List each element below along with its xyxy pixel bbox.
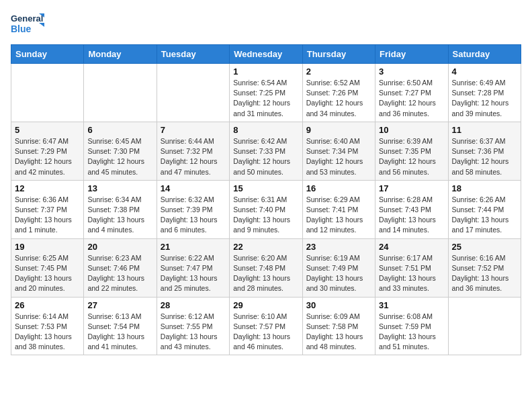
day-info: Sunrise: 6:54 AMSunset: 7:25 PMDaylight:… [233, 78, 298, 119]
day-header-sunday: Sunday [11, 45, 84, 64]
calendar-cell: 15Sunrise: 6:31 AMSunset: 7:40 PMDayligh… [230, 180, 302, 238]
calendar-cell: 9Sunrise: 6:40 AMSunset: 7:34 PMDaylight… [302, 122, 375, 180]
day-info: Sunrise: 6:34 AMSunset: 7:38 PMDaylight:… [87, 195, 152, 236]
day-number: 27 [87, 300, 152, 310]
day-info: Sunrise: 6:49 AMSunset: 7:28 PMDaylight:… [452, 78, 517, 119]
svg-text:Blue: Blue [11, 24, 32, 34]
day-header-tuesday: Tuesday [157, 45, 229, 64]
calendar-cell: 24Sunrise: 6:17 AMSunset: 7:51 PMDayligh… [375, 238, 448, 297]
day-info: Sunrise: 6:19 AMSunset: 7:49 PMDaylight:… [306, 253, 371, 294]
day-number: 30 [306, 300, 371, 310]
calendar-header-row: SundayMondayTuesdayWednesdayThursdayFrid… [11, 45, 521, 64]
day-info: Sunrise: 6:22 AMSunset: 7:47 PMDaylight:… [161, 253, 226, 294]
calendar-cell: 4Sunrise: 6:49 AMSunset: 7:28 PMDaylight… [448, 64, 521, 122]
calendar-cell: 27Sunrise: 6:13 AMSunset: 7:54 PMDayligh… [84, 297, 157, 355]
day-info: Sunrise: 6:39 AMSunset: 7:35 PMDaylight:… [379, 136, 444, 177]
day-header-monday: Monday [84, 45, 157, 64]
day-header-friday: Friday [375, 45, 448, 64]
calendar-cell: 23Sunrise: 6:19 AMSunset: 7:49 PMDayligh… [302, 238, 375, 297]
day-info: Sunrise: 6:25 AMSunset: 7:45 PMDaylight:… [15, 253, 80, 294]
day-number: 22 [233, 242, 298, 252]
calendar-cell: 30Sunrise: 6:09 AMSunset: 7:58 PMDayligh… [302, 297, 375, 355]
day-info: Sunrise: 6:26 AMSunset: 7:44 PMDaylight:… [452, 195, 517, 236]
calendar-cell: 3Sunrise: 6:50 AMSunset: 7:27 PMDaylight… [375, 64, 448, 122]
calendar-cell: 22Sunrise: 6:20 AMSunset: 7:48 PMDayligh… [230, 238, 302, 297]
calendar-cell: 26Sunrise: 6:14 AMSunset: 7:53 PMDayligh… [11, 297, 84, 355]
calendar-cell: 10Sunrise: 6:39 AMSunset: 7:35 PMDayligh… [375, 122, 448, 180]
day-header-wednesday: Wednesday [230, 45, 302, 64]
day-number: 8 [233, 125, 298, 135]
calendar-table: SundayMondayTuesdayWednesdayThursdayFrid… [11, 44, 521, 355]
day-info: Sunrise: 6:10 AMSunset: 7:57 PMDaylight:… [233, 312, 298, 353]
calendar-cell: 19Sunrise: 6:25 AMSunset: 7:45 PMDayligh… [11, 238, 84, 297]
day-info: Sunrise: 6:47 AMSunset: 7:29 PMDaylight:… [15, 136, 80, 177]
calendar-cell [157, 64, 229, 122]
calendar-cell [84, 64, 157, 122]
day-number: 3 [379, 66, 444, 77]
day-number: 24 [379, 242, 444, 252]
calendar-cell: 21Sunrise: 6:22 AMSunset: 7:47 PMDayligh… [157, 238, 229, 297]
calendar-cell [448, 297, 521, 355]
day-number: 16 [306, 183, 371, 193]
day-number: 9 [306, 125, 371, 135]
day-info: Sunrise: 6:52 AMSunset: 7:26 PMDaylight:… [306, 78, 371, 119]
day-info: Sunrise: 6:17 AMSunset: 7:51 PMDaylight:… [379, 253, 444, 294]
calendar-cell: 18Sunrise: 6:26 AMSunset: 7:44 PMDayligh… [448, 180, 521, 238]
calendar-cell: 6Sunrise: 6:45 AMSunset: 7:30 PMDaylight… [84, 122, 157, 180]
day-info: Sunrise: 6:12 AMSunset: 7:55 PMDaylight:… [161, 312, 226, 353]
calendar-cell: 16Sunrise: 6:29 AMSunset: 7:41 PMDayligh… [302, 180, 375, 238]
day-info: Sunrise: 6:29 AMSunset: 7:41 PMDaylight:… [306, 195, 371, 236]
day-number: 31 [379, 300, 444, 310]
day-info: Sunrise: 6:45 AMSunset: 7:30 PMDaylight:… [87, 136, 152, 177]
calendar-cell: 17Sunrise: 6:28 AMSunset: 7:43 PMDayligh… [375, 180, 448, 238]
day-number: 5 [15, 125, 80, 135]
calendar-week-row: 19Sunrise: 6:25 AMSunset: 7:45 PMDayligh… [11, 238, 521, 297]
calendar-week-row: 5Sunrise: 6:47 AMSunset: 7:29 PMDaylight… [11, 122, 521, 180]
day-info: Sunrise: 6:50 AMSunset: 7:27 PMDaylight:… [379, 78, 444, 119]
calendar-cell: 11Sunrise: 6:37 AMSunset: 7:36 PMDayligh… [448, 122, 521, 180]
day-info: Sunrise: 6:08 AMSunset: 7:59 PMDaylight:… [379, 312, 444, 353]
calendar-cell: 13Sunrise: 6:34 AMSunset: 7:38 PMDayligh… [84, 180, 157, 238]
day-number: 14 [161, 183, 226, 193]
calendar-cell: 1Sunrise: 6:54 AMSunset: 7:25 PMDaylight… [230, 64, 302, 122]
calendar-cell: 8Sunrise: 6:42 AMSunset: 7:33 PMDaylight… [230, 122, 302, 180]
calendar-cell: 28Sunrise: 6:12 AMSunset: 7:55 PMDayligh… [157, 297, 229, 355]
day-number: 15 [233, 183, 298, 193]
day-number: 4 [452, 66, 517, 77]
day-number: 7 [161, 125, 226, 135]
day-header-thursday: Thursday [302, 45, 375, 64]
day-info: Sunrise: 6:40 AMSunset: 7:34 PMDaylight:… [306, 136, 371, 177]
calendar-cell: 29Sunrise: 6:10 AMSunset: 7:57 PMDayligh… [230, 297, 302, 355]
calendar-week-row: 12Sunrise: 6:36 AMSunset: 7:37 PMDayligh… [11, 180, 521, 238]
day-info: Sunrise: 6:13 AMSunset: 7:54 PMDaylight:… [87, 312, 152, 353]
day-info: Sunrise: 6:28 AMSunset: 7:43 PMDaylight:… [379, 195, 444, 236]
day-number: 13 [87, 183, 152, 193]
svg-text:General: General [11, 13, 43, 24]
page-header: General Blue [11, 11, 521, 39]
day-info: Sunrise: 6:14 AMSunset: 7:53 PMDaylight:… [15, 312, 80, 353]
day-header-saturday: Saturday [448, 45, 521, 64]
day-number: 29 [233, 300, 298, 310]
day-number: 17 [379, 183, 444, 193]
day-number: 23 [306, 242, 371, 252]
calendar-cell: 7Sunrise: 6:44 AMSunset: 7:32 PMDaylight… [157, 122, 229, 180]
day-number: 18 [452, 183, 517, 193]
day-info: Sunrise: 6:20 AMSunset: 7:48 PMDaylight:… [233, 253, 298, 294]
calendar-week-row: 1Sunrise: 6:54 AMSunset: 7:25 PMDaylight… [11, 64, 521, 122]
logo: General Blue [11, 11, 44, 39]
day-number: 19 [15, 242, 80, 252]
day-number: 1 [233, 66, 298, 77]
day-info: Sunrise: 6:23 AMSunset: 7:46 PMDaylight:… [87, 253, 152, 294]
day-info: Sunrise: 6:36 AMSunset: 7:37 PMDaylight:… [15, 195, 80, 236]
day-number: 20 [87, 242, 152, 252]
logo-svg: General Blue [11, 11, 44, 39]
calendar-cell: 5Sunrise: 6:47 AMSunset: 7:29 PMDaylight… [11, 122, 84, 180]
calendar-week-row: 26Sunrise: 6:14 AMSunset: 7:53 PMDayligh… [11, 297, 521, 355]
day-number: 26 [15, 300, 80, 310]
day-number: 21 [161, 242, 226, 252]
calendar-cell: 31Sunrise: 6:08 AMSunset: 7:59 PMDayligh… [375, 297, 448, 355]
day-number: 6 [87, 125, 152, 135]
day-info: Sunrise: 6:37 AMSunset: 7:36 PMDaylight:… [452, 136, 517, 177]
day-info: Sunrise: 6:44 AMSunset: 7:32 PMDaylight:… [161, 136, 226, 177]
day-info: Sunrise: 6:16 AMSunset: 7:52 PMDaylight:… [452, 253, 517, 294]
